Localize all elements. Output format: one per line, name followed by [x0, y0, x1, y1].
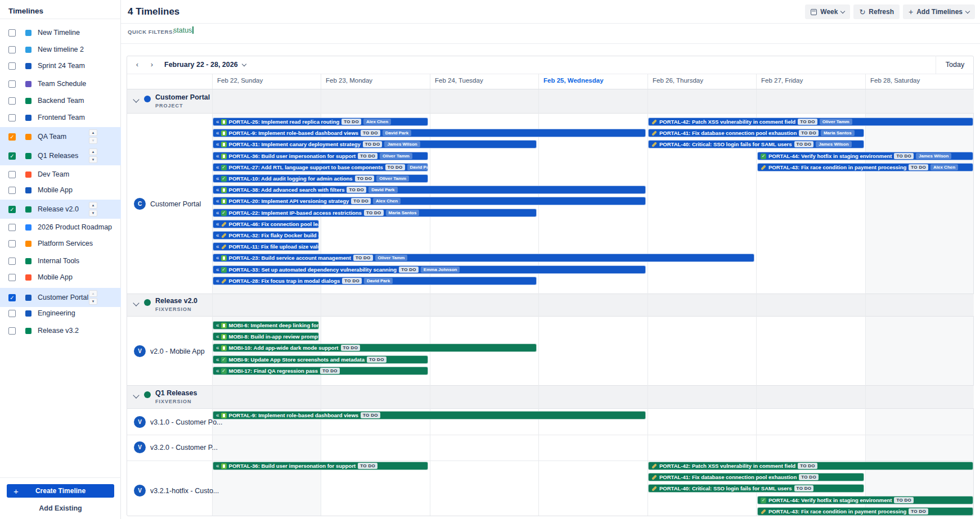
- issue-bar-portal-36[interactable]: «PORTAL-36: Build user impersonation for…: [213, 152, 428, 160]
- issue-bar-portal-43-hotfix[interactable]: PORTAL-43: Fix race condition in payment…: [757, 507, 973, 516]
- issue-bar-portal-9[interactable]: «PORTAL-9: Implement role-based dashboar…: [213, 129, 646, 137]
- issue-bar-portal-43[interactable]: PORTAL-43: Fix race condition in payment…: [757, 163, 973, 172]
- issue-bar-mobi-9[interactable]: «✓MOBI-9: Update App Store screenshots a…: [213, 355, 428, 364]
- issue-bar-portal-41[interactable]: PORTAL-41: Fix database connection pool …: [648, 129, 864, 137]
- today-button[interactable]: Today: [936, 56, 974, 74]
- checkbox[interactable]: [8, 310, 16, 317]
- checkbox[interactable]: [8, 97, 16, 105]
- status-chip: TO DO: [353, 255, 373, 261]
- quick-filter-input[interactable]: status: [173, 26, 207, 34]
- issue-bar-portal-33[interactable]: «✓PORTAL-33: Set up automated dependency…: [213, 265, 646, 274]
- sidebar-item-platform-services[interactable]: Platform Services: [0, 235, 121, 252]
- move-up-button[interactable]: ▲: [89, 202, 97, 209]
- sidebar-item-new-timeline[interactable]: New Timeline: [0, 24, 121, 41]
- issue-bar-portal-44[interactable]: ✓PORTAL-44: Verify hotfix in staging env…: [757, 152, 973, 160]
- sidebar-item-release-v3-2[interactable]: Release v3.2: [0, 322, 121, 339]
- issue-label: PORTAL-40: Critical: SSO login fails for…: [659, 141, 792, 147]
- create-timeline-button[interactable]: +Create Timeline: [7, 484, 114, 498]
- issue-bar-portal-9-v310[interactable]: «PORTAL-9: Implement role-based dashboar…: [213, 411, 646, 419]
- sidebar-item-release-v2[interactable]: ✓Release v2.0 ▲▼: [0, 200, 121, 219]
- sidebar-item-sprint-24-team[interactable]: Sprint 24 Team: [0, 57, 121, 74]
- move-up-button[interactable]: ▲: [89, 290, 97, 297]
- issue-bar-portal-41-hotfix[interactable]: PORTAL-41: Fix database connection pool …: [648, 473, 864, 481]
- sidebar: Timelines New Timeline New timeline 2 Sp…: [0, 0, 121, 519]
- issue-bar-portal-40-hotfix[interactable]: PORTAL-40: Critical: SSO login fails for…: [648, 484, 864, 493]
- move-down-button[interactable]: ▼: [89, 210, 97, 216]
- issue-bar-portal-42[interactable]: PORTAL-42: Patch XSS vulnerability in co…: [648, 118, 973, 126]
- checkbox[interactable]: [8, 258, 16, 265]
- sidebar-item-internal-tools[interactable]: Internal Tools: [0, 252, 121, 269]
- issue-bar-portal-28[interactable]: «PORTAL-28: Fix focus trap in modal dial…: [213, 277, 537, 285]
- sidebar-item-2026-product-roadmap[interactable]: 2026 Product Roadmap: [0, 219, 121, 236]
- issue-bar-portal-31[interactable]: «PORTAL-31: Implement canary deployment …: [213, 140, 537, 148]
- chevron-down-icon: [840, 8, 845, 13]
- assignee-chip: Oliver Tamm: [820, 119, 852, 125]
- issue-bar-portal-22[interactable]: «✓PORTAL-22: Implement IP-based access r…: [213, 209, 537, 217]
- sidebar-item-label: Mobile App: [38, 273, 73, 281]
- sidebar-item-dev-team[interactable]: Dev Team: [0, 166, 121, 183]
- checkbox[interactable]: [8, 62, 16, 70]
- issue-bar-mobi-10[interactable]: «MOBI-10: Add app-wide dark mode support…: [213, 344, 537, 352]
- checkbox[interactable]: [8, 29, 16, 37]
- week-view-button[interactable]: Week: [805, 4, 850, 19]
- move-up-button[interactable]: ▲: [89, 148, 97, 155]
- sidebar-item-label: Release v3.2: [38, 327, 79, 335]
- issue-bar-portal-10[interactable]: «✓PORTAL-10: Add audit logging for admin…: [213, 174, 428, 183]
- checkbox[interactable]: [8, 46, 16, 53]
- issue-bar-portal-44-hotfix[interactable]: ✓PORTAL-44: Verify hotfix in staging env…: [757, 496, 973, 504]
- assignee-chip: David Park: [364, 278, 393, 284]
- add-timelines-button[interactable]: +Add Timelines: [903, 4, 975, 19]
- issue-bar-portal-46[interactable]: «PORTAL-46: Fix connection pool leak u: [213, 220, 319, 228]
- sidebar-item-qa-team[interactable]: ✓QA Team ▲▼: [0, 127, 121, 146]
- move-down-button[interactable]: ▼: [89, 156, 97, 163]
- issue-bar-mobi-17[interactable]: «✓MOBI-17: Final QA regression passTO DO: [213, 367, 428, 375]
- issue-bar-portal-38[interactable]: «PORTAL-38: Add advanced search with fil…: [213, 186, 646, 194]
- next-week-button[interactable]: ›: [147, 60, 157, 70]
- checkbox-checked[interactable]: ✓: [8, 294, 16, 301]
- divider: [0, 19, 121, 19]
- issue-bar-mobi-8[interactable]: «MOBI-8: Build in-app review promptTO DO: [213, 332, 319, 341]
- bug-icon: [761, 165, 766, 170]
- checkbox-checked[interactable]: ✓: [8, 206, 16, 213]
- sidebar-item-new-timeline-2[interactable]: New timeline 2: [0, 41, 121, 58]
- checkbox[interactable]: [8, 187, 16, 194]
- sidebar-item-mobile-app[interactable]: Mobile App: [0, 182, 121, 198]
- issue-bar-portal-11[interactable]: «PORTAL-11: Fix file upload size validat…: [213, 242, 319, 251]
- move-down-button[interactable]: ▼: [89, 137, 97, 144]
- add-existing-button[interactable]: Add Existing: [0, 504, 121, 512]
- prev-week-button[interactable]: ‹: [132, 60, 142, 70]
- issue-label: PORTAL-38: Add advanced search with filt…: [229, 187, 345, 193]
- sidebar-item-q1-releases[interactable]: ✓Q1 Releases ▲▼: [0, 146, 121, 165]
- checkbox[interactable]: [8, 224, 16, 231]
- checkbox[interactable]: [8, 327, 16, 335]
- issue-bar-portal-32[interactable]: «PORTAL-32: Fix flaky Docker build cac: [213, 231, 319, 240]
- issue-bar-portal-36-hotfix[interactable]: «PORTAL-36: Build user impersonation for…: [213, 462, 428, 470]
- story-icon: [221, 345, 227, 351]
- sidebar-item-mobile-app-2[interactable]: Mobile App: [0, 269, 121, 286]
- move-down-button[interactable]: ▼: [89, 298, 97, 305]
- issue-bar-portal-20[interactable]: «PORTAL-20: Implement API versioning str…: [213, 197, 646, 205]
- checkbox[interactable]: [8, 171, 16, 178]
- status-chip: TO DO: [385, 164, 405, 170]
- date-range-selector[interactable]: February 22 - 28, 2026: [164, 61, 246, 69]
- issue-bar-portal-23[interactable]: «PORTAL-23: Build service account manage…: [213, 254, 754, 262]
- sidebar-item-backend-team[interactable]: Backend Team: [0, 92, 121, 109]
- checkbox[interactable]: [8, 274, 16, 281]
- issue-bar-portal-42-hotfix[interactable]: PORTAL-42: Patch XSS vulnerability in co…: [648, 462, 973, 470]
- assignee-chip: David Park: [368, 187, 397, 193]
- move-up-button[interactable]: ▲: [89, 129, 97, 136]
- sidebar-item-engineering[interactable]: Engineering: [0, 305, 121, 322]
- sidebar-item-customer-portal[interactable]: ✓Customer Portal ▲▼: [0, 288, 121, 307]
- refresh-button[interactable]: ↻Refresh: [853, 4, 900, 19]
- issue-bar-portal-25[interactable]: «PORTAL-25: Implement read replica routi…: [213, 118, 428, 126]
- issue-bar-mobi-6[interactable]: «MOBI-6: Implement deep linking for ca: [213, 321, 319, 330]
- checkbox[interactable]: [8, 240, 16, 247]
- checkbox[interactable]: [8, 114, 16, 121]
- sidebar-item-frontend-team[interactable]: Frontend Team: [0, 109, 121, 126]
- issue-bar-portal-27[interactable]: «✓PORTAL-27: Add RTL language support to…: [213, 163, 428, 172]
- checkbox-checked[interactable]: ✓: [8, 152, 16, 160]
- checkbox[interactable]: [8, 80, 16, 88]
- checkbox-checked[interactable]: ✓: [8, 133, 16, 141]
- sidebar-item-team-schedule[interactable]: Team Schedule: [0, 75, 121, 92]
- issue-bar-portal-40[interactable]: PORTAL-40: Critical: SSO login fails for…: [648, 140, 864, 148]
